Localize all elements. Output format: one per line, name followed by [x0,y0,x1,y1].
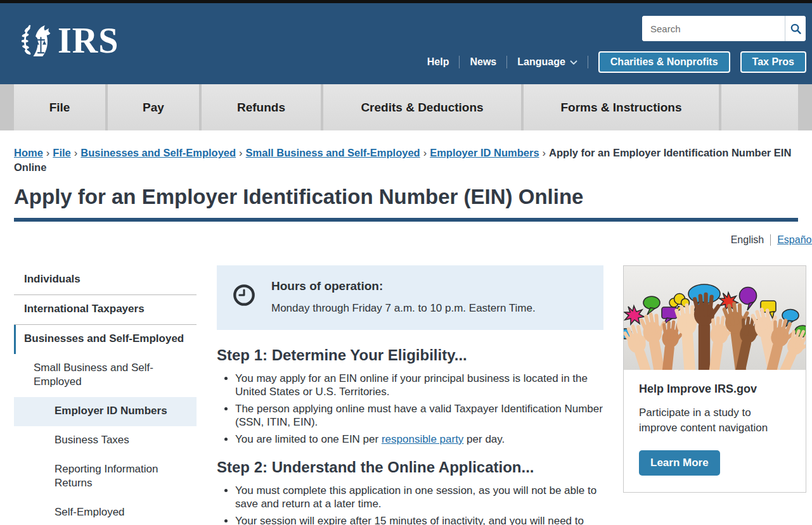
hours-of-operation-box: Hours of operation: Monday through Frida… [217,265,603,330]
breadcrumb-small-business[interactable]: Small Business and Self-Employed [246,147,420,158]
tax-pros-button[interactable]: Tax Pros [740,51,806,73]
sidebar-item-business-taxes[interactable]: Business Taxes [14,426,197,455]
left-sidebar: Individuals International Taxpayers Busi… [14,265,197,525]
hours-title: Hours of operation: [271,279,536,293]
nav-tab-forms-instructions[interactable]: Forms & Instructions [524,84,719,130]
step1-bullet: You may apply for an EIN online if your … [235,372,603,398]
sidebar-item-individuals[interactable]: Individuals [14,265,197,295]
breadcrumb-file[interactable]: File [53,147,70,158]
search-box [642,16,806,41]
main-content: Hours of operation: Monday through Frida… [217,265,603,525]
hours-text: Monday through Friday 7 a.m. to 10 p.m. … [271,302,536,315]
help-link[interactable]: Help [427,56,449,68]
charities-nonprofits-button[interactable]: Charities & Nonprofits [598,51,730,73]
step1-heading: Step 1: Determine Your Eligibility... [217,346,603,364]
main-nav: File Pay Refunds Credits & Deductions Fo… [0,84,812,130]
nav-tab-credits-deductions[interactable]: Credits & Deductions [323,84,521,130]
breadcrumb-separator [236,147,246,158]
site-header: IRS Help News Language Charities & Nonpr… [0,3,812,84]
breadcrumb-businesses[interactable]: Businesses and Self-Employed [81,147,236,158]
step2-heading: Step 2: Understand the Online Applicatio… [217,459,603,476]
breadcrumb-separator [71,147,81,158]
step1-bullet: The person applying online must have a v… [235,402,603,429]
clock-icon [232,283,256,307]
breadcrumb-employer-id[interactable]: Employer ID Numbers [430,147,539,158]
irs-eagle-icon [22,22,52,59]
nav-tab-file[interactable]: File [14,84,105,130]
language-espanol-link[interactable]: Español [777,234,812,246]
search-icon [790,23,802,35]
sidebar-item-international-taxpayers[interactable]: International Taxpayers [14,295,197,325]
step2-bullet: Your session will expire after 15 minute… [235,514,603,525]
nav-tab-refunds[interactable]: Refunds [202,84,321,130]
page-title: Apply for an Employer Identification Num… [14,185,798,209]
content-area: Individuals International Taxpayers Busi… [0,265,812,525]
raised-hands-image [624,266,806,370]
divider [506,56,507,68]
step2-bullet-list: You must complete this application in on… [217,484,603,525]
help-improve-text: Participate in a study to improve conten… [639,405,790,436]
search-input[interactable] [642,16,785,41]
right-sidebar: Help Improve IRS.gov Participate in a st… [623,265,806,493]
divider [588,56,588,68]
breadcrumb: HomeFileBusinesses and Self-EmployedSmal… [14,146,798,175]
step1-bullet: You are limited to one EIN per responsib… [235,433,603,446]
search-button[interactable] [785,16,806,41]
help-improve-heading: Help Improve IRS.gov [639,383,790,396]
help-improve-card: Help Improve IRS.gov Participate in a st… [623,265,806,493]
responsible-party-link[interactable]: responsible party [382,433,463,445]
step2-bullet: You must complete this application in on… [235,484,603,510]
header-utility-nav: Help News Language Charities & Nonprofit… [427,51,806,73]
language-english: English [731,234,764,246]
title-rule [14,218,798,222]
nav-tab-pay[interactable]: Pay [108,84,199,130]
language-toggle: English Español [0,234,812,246]
breadcrumb-home[interactable]: Home [14,147,43,158]
news-link[interactable]: News [470,56,496,68]
breadcrumb-separator [43,147,53,158]
divider [459,56,460,68]
language-menu[interactable]: Language [517,56,577,68]
sidebar-item-self-employed[interactable]: Self-Employed [14,498,197,525]
irs-logo[interactable]: IRS [22,22,119,59]
nav-filler [721,84,798,130]
irs-logo-text: IRS [58,23,119,58]
sidebar-item-employer-id-numbers[interactable]: Employer ID Numbers [14,397,197,426]
divider [770,234,771,246]
chevron-down-icon [570,60,577,65]
learn-more-button[interactable]: Learn More [639,450,720,476]
sidebar-item-reporting-information-returns[interactable]: Reporting Information Returns [14,455,197,498]
sidebar-item-small-business[interactable]: Small Business and Self-Employed [14,354,197,397]
sidebar-item-businesses-self-employed[interactable]: Businesses and Self-Employed [14,325,197,354]
step1-bullet-list: You may apply for an EIN online if your … [217,372,603,446]
breadcrumb-separator [420,147,430,158]
breadcrumb-separator [539,147,550,158]
